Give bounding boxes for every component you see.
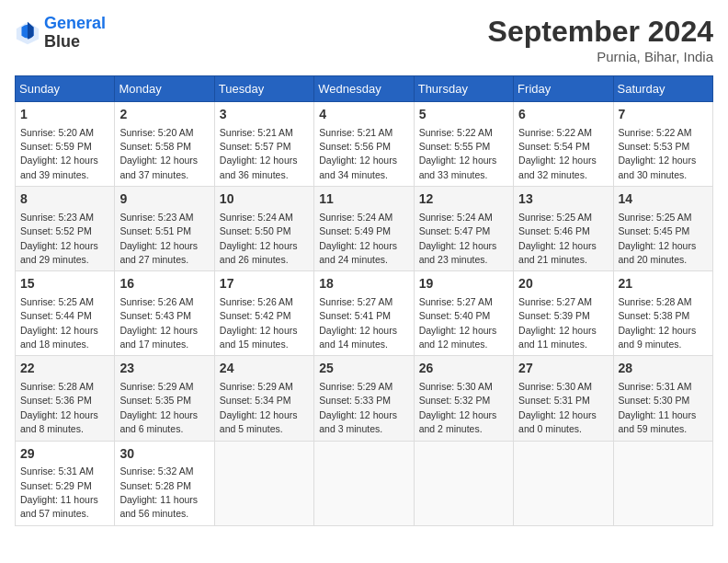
day-number: 5 [419,106,508,124]
calendar-week-3: 15Sunrise: 5:25 AMSunset: 5:44 PMDayligh… [16,271,713,356]
day-number: 18 [319,275,408,293]
day-cell-12: 12Sunrise: 5:24 AMSunset: 5:47 PMDayligh… [414,187,513,271]
day-sunrise: Sunrise: 5:27 AM [518,296,592,307]
logo-line2: Blue [44,33,106,52]
day-daylight: Daylight: 12 hours and 34 minutes. [319,155,397,179]
day-number: 7 [619,106,708,124]
logo-line1: General [44,14,106,32]
day-sunrise: Sunrise: 5:24 AM [319,212,392,223]
day-sunrise: Sunrise: 5:29 AM [119,381,193,392]
day-sunrise: Sunrise: 5:23 AM [119,212,193,223]
day-sunrise: Sunrise: 5:25 AM [20,296,94,307]
day-number: 17 [220,275,309,293]
day-cell-17: 17Sunrise: 5:26 AMSunset: 5:42 PMDayligh… [214,271,313,356]
day-cell-26: 26Sunrise: 5:30 AMSunset: 5:32 PMDayligh… [414,356,513,441]
day-sunset: Sunset: 5:58 PM [119,141,191,152]
day-daylight: Daylight: 12 hours and 32 minutes. [518,155,597,179]
day-daylight: Daylight: 12 hours and 26 minutes. [220,240,298,265]
day-number: 30 [119,445,209,464]
day-daylight: Daylight: 12 hours and 3 minutes. [319,409,397,434]
day-number: 16 [119,275,209,293]
day-cell-11: 11Sunrise: 5:24 AMSunset: 5:49 PMDayligh… [314,187,414,271]
day-sunset: Sunset: 5:40 PM [419,310,491,321]
day-sunrise: Sunrise: 5:26 AM [220,296,293,307]
calendar-body: 1Sunrise: 5:20 AMSunset: 5:59 PMDaylight… [16,102,713,526]
day-cell-2: 2Sunrise: 5:20 AMSunset: 5:58 PMDaylight… [115,102,214,187]
day-cell-4: 4Sunrise: 5:21 AMSunset: 5:56 PMDaylight… [314,102,414,187]
day-sunrise: Sunrise: 5:22 AM [518,127,592,138]
day-sunset: Sunset: 5:45 PM [619,225,690,236]
day-number: 20 [518,275,608,293]
day-daylight: Daylight: 12 hours and 15 minutes. [220,325,298,350]
day-sunset: Sunset: 5:46 PM [518,225,590,236]
day-sunset: Sunset: 5:44 PM [20,310,92,321]
empty-cell [514,441,613,525]
logo: General Blue [15,15,106,52]
page-header: General Blue September 2024 Purnia, Biha… [15,15,713,64]
day-daylight: Daylight: 12 hours and 8 minutes. [20,409,98,434]
day-cell-25: 25Sunrise: 5:29 AMSunset: 5:33 PMDayligh… [314,356,414,441]
day-daylight: Daylight: 12 hours and 9 minutes. [619,325,697,350]
day-sunset: Sunset: 5:52 PM [20,225,92,236]
day-cell-24: 24Sunrise: 5:29 AMSunset: 5:34 PMDayligh… [214,356,313,441]
day-daylight: Daylight: 12 hours and 27 minutes. [119,240,198,265]
header-saturday: Saturday [613,76,712,102]
day-cell-10: 10Sunrise: 5:24 AMSunset: 5:50 PMDayligh… [214,187,313,271]
logo-icon [15,20,40,46]
day-number: 8 [20,190,109,209]
day-number: 12 [419,190,508,209]
day-sunrise: Sunrise: 5:28 AM [619,296,692,307]
day-daylight: Daylight: 12 hours and 14 minutes. [319,325,397,350]
day-sunset: Sunset: 5:49 PM [319,225,391,236]
day-cell-16: 16Sunrise: 5:26 AMSunset: 5:43 PMDayligh… [115,271,214,356]
day-cell-30: 30Sunrise: 5:32 AMSunset: 5:28 PMDayligh… [115,441,214,525]
day-number: 15 [20,275,109,293]
day-number: 10 [220,190,309,209]
header-friday: Friday [514,76,613,102]
day-sunset: Sunset: 5:54 PM [518,141,590,152]
location: Purnia, Bihar, India [488,49,713,64]
day-sunset: Sunset: 5:28 PM [119,480,191,491]
day-number: 4 [319,106,408,124]
day-number: 1 [20,106,109,124]
day-sunrise: Sunrise: 5:20 AM [20,127,94,138]
header-wednesday: Wednesday [314,76,414,102]
empty-cell [613,441,712,525]
header-monday: Monday [115,76,214,102]
day-daylight: Daylight: 12 hours and 18 minutes. [20,325,98,350]
day-sunrise: Sunrise: 5:22 AM [419,127,493,138]
day-sunrise: Sunrise: 5:23 AM [20,212,94,223]
day-number: 27 [518,360,608,378]
calendar-table: SundayMondayTuesdayWednesdayThursdayFrid… [15,75,713,526]
day-sunrise: Sunrise: 5:26 AM [119,296,193,307]
day-daylight: Daylight: 12 hours and 39 minutes. [20,155,98,179]
day-cell-28: 28Sunrise: 5:31 AMSunset: 5:30 PMDayligh… [613,356,712,441]
day-cell-21: 21Sunrise: 5:28 AMSunset: 5:38 PMDayligh… [613,271,712,356]
day-cell-14: 14Sunrise: 5:25 AMSunset: 5:45 PMDayligh… [613,187,712,271]
day-sunrise: Sunrise: 5:31 AM [20,465,94,477]
day-number: 26 [419,360,508,378]
day-number: 25 [319,360,408,378]
day-sunrise: Sunrise: 5:21 AM [220,127,293,138]
day-daylight: Daylight: 11 hours and 56 minutes. [119,494,198,519]
day-number: 14 [619,190,708,209]
empty-cell [214,441,313,525]
day-daylight: Daylight: 11 hours and 57 minutes. [20,494,98,519]
day-daylight: Daylight: 12 hours and 0 minutes. [518,409,597,434]
day-daylight: Daylight: 12 hours and 36 minutes. [220,155,298,179]
day-daylight: Daylight: 12 hours and 23 minutes. [419,240,497,265]
day-sunset: Sunset: 5:50 PM [220,225,291,236]
header-sunday: Sunday [16,76,115,102]
day-daylight: Daylight: 11 hours and 59 minutes. [619,409,697,434]
day-daylight: Daylight: 12 hours and 37 minutes. [119,155,198,179]
day-sunset: Sunset: 5:35 PM [119,395,191,406]
day-number: 23 [119,360,209,378]
day-number: 19 [419,275,508,293]
day-sunset: Sunset: 5:34 PM [220,395,291,406]
day-cell-27: 27Sunrise: 5:30 AMSunset: 5:31 PMDayligh… [514,356,613,441]
day-cell-20: 20Sunrise: 5:27 AMSunset: 5:39 PMDayligh… [514,271,613,356]
day-sunset: Sunset: 5:31 PM [518,395,590,406]
day-cell-1: 1Sunrise: 5:20 AMSunset: 5:59 PMDaylight… [16,102,115,187]
day-sunrise: Sunrise: 5:29 AM [319,381,392,392]
day-sunset: Sunset: 5:57 PM [220,141,291,152]
